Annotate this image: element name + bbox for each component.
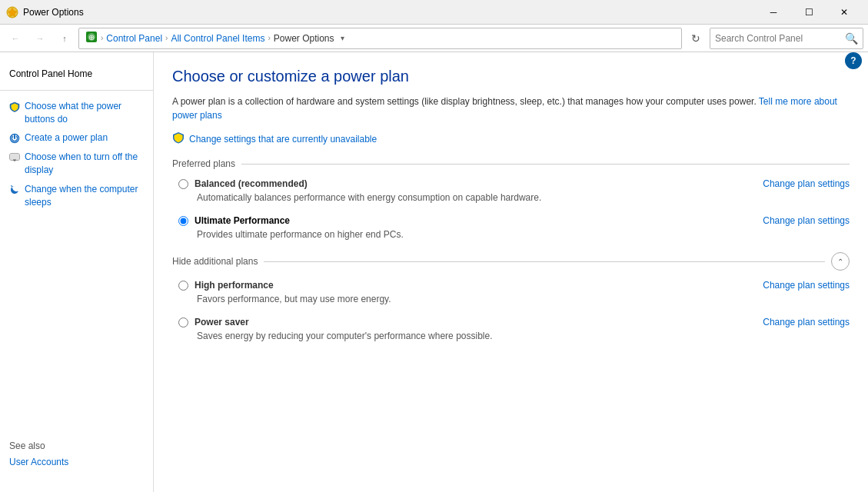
up-button[interactable]: ↑ [54, 28, 75, 49]
page-title: Choose or customize a power plan [172, 68, 850, 85]
ultimate-plan-radio[interactable] [178, 216, 188, 226]
preferred-plans-line [241, 164, 850, 165]
sidebar: Control Panel Home Choose what the power… [0, 52, 154, 492]
search-box[interactable]: 🔍 [710, 28, 863, 49]
hide-plans-toggle[interactable]: ⌃ [831, 252, 850, 271]
address-bar: ← → ↑ ⊕ › Control Panel › All Control Pa… [0, 25, 868, 52]
sidebar-sleep-link[interactable]: Change when the computer sleeps [0, 180, 153, 212]
user-accounts-link[interactable]: User Accounts [9, 454, 144, 470]
sleep-icon [9, 184, 20, 195]
ultimate-plan-desc: Provides ultimate performance on higher … [178, 229, 850, 240]
search-input[interactable] [715, 33, 845, 44]
balanced-plan-name: Balanced (recommended) [195, 178, 763, 189]
help-button[interactable]: ? [845, 52, 862, 69]
close-button[interactable]: ✕ [826, 0, 862, 25]
breadcrumb-icon: ⊕ [85, 31, 98, 45]
shield-settings-icon [172, 131, 185, 146]
breadcrumb-power-options: Power Options [274, 33, 334, 44]
content-area: Choose or customize a power plan A power… [154, 52, 868, 492]
sidebar-home-link[interactable]: Control Panel Home [0, 65, 153, 84]
address-dropdown-button[interactable]: ▾ [334, 28, 351, 48]
svg-rect-7 [10, 154, 19, 160]
high-performance-change-link[interactable]: Change plan settings [763, 280, 850, 291]
svg-text:⊕: ⊕ [88, 33, 95, 42]
sidebar-power-buttons-link[interactable]: Choose what the power buttons do [0, 97, 153, 129]
sidebar-create-plan-label: Create a power plan [25, 131, 108, 145]
back-button[interactable]: ← [5, 28, 26, 49]
page-description-text: A power plan is a collection of hardware… [172, 96, 757, 107]
title-bar: Power Options ─ ☐ ✕ [0, 0, 868, 25]
power-saver-plan-radio[interactable] [178, 317, 188, 327]
breadcrumb: ⊕ › Control Panel › All Control Panel It… [85, 31, 334, 45]
breadcrumb-sep-1: › [101, 34, 103, 42]
page-description: A power plan is a collection of hardware… [172, 95, 850, 122]
balanced-plan-item: Balanced (recommended) Change plan setti… [172, 178, 850, 203]
ultimate-plan-name: Ultimate Performance [195, 215, 763, 226]
sidebar-display-link[interactable]: Choose when to turn off the display [0, 148, 153, 180]
balanced-plan-radio[interactable] [178, 179, 188, 189]
balanced-plan-header: Balanced (recommended) Change plan setti… [178, 178, 850, 189]
window-title: Power Options [23, 7, 756, 18]
minimize-button[interactable]: ─ [756, 0, 791, 25]
ultimate-plan-header: Ultimate Performance Change plan setting… [178, 215, 850, 226]
high-performance-plan-desc: Favors performance, but may use more ene… [178, 294, 850, 304]
search-icon: 🔍 [845, 32, 858, 45]
address-field[interactable]: ⊕ › Control Panel › All Control Panel It… [78, 28, 682, 49]
change-settings-label: Change settings that are currently unava… [189, 134, 377, 145]
window-icon [6, 6, 18, 18]
main-container: Control Panel Home Choose what the power… [0, 52, 868, 492]
additional-plans-line [264, 261, 825, 262]
breadcrumb-all-items[interactable]: All Control Panel Items [171, 33, 264, 44]
power-saver-change-link[interactable]: Change plan settings [763, 317, 850, 327]
sidebar-power-buttons-label: Choose what the power buttons do [25, 100, 144, 126]
power-saver-plan-header: Power saver Change plan settings [178, 317, 850, 327]
restore-button[interactable]: ☐ [791, 0, 826, 25]
power-icon-1 [9, 133, 20, 144]
preferred-plans-header: Preferred plans [172, 158, 850, 169]
power-saver-plan-desc: Saves energy by reducing your computer's… [178, 331, 850, 341]
sidebar-display-label: Choose when to turn off the display [25, 151, 144, 177]
display-icon [9, 152, 20, 163]
high-performance-plan-name: High performance [195, 280, 763, 291]
high-performance-plan-item: High performance Change plan settings Fa… [172, 280, 850, 304]
forward-button[interactable]: → [29, 28, 51, 49]
balanced-change-link[interactable]: Change plan settings [763, 178, 850, 189]
additional-plans-header: Hide additional plans ⌃ [172, 252, 850, 271]
sidebar-sleep-label: Change when the computer sleeps [25, 183, 144, 209]
power-saver-plan-item: Power saver Change plan settings Saves e… [172, 317, 850, 341]
power-saver-plan-name: Power saver [195, 317, 763, 327]
ultimate-change-link[interactable]: Change plan settings [763, 215, 850, 226]
see-also-label: See also [9, 440, 144, 451]
sidebar-divider-1 [0, 90, 153, 91]
change-settings-link[interactable]: Change settings that are currently unava… [172, 131, 850, 146]
balanced-plan-desc: Automatically balances performance with … [178, 192, 850, 203]
breadcrumb-control-panel[interactable]: Control Panel [106, 33, 162, 44]
sidebar-create-plan-link[interactable]: Create a power plan [0, 128, 153, 148]
breadcrumb-sep-2: › [165, 34, 168, 42]
high-performance-plan-header: High performance Change plan settings [178, 280, 850, 291]
window-controls: ─ ☐ ✕ [756, 0, 862, 25]
high-performance-plan-radio[interactable] [178, 281, 188, 291]
hide-plans-label: Hide additional plans [172, 256, 258, 267]
shield-icon-1 [9, 101, 20, 112]
breadcrumb-sep-3: › [268, 34, 270, 42]
refresh-button[interactable]: ↻ [685, 28, 707, 49]
preferred-plans-label: Preferred plans [172, 158, 235, 169]
ultimate-plan-item: Ultimate Performance Change plan setting… [172, 215, 850, 240]
